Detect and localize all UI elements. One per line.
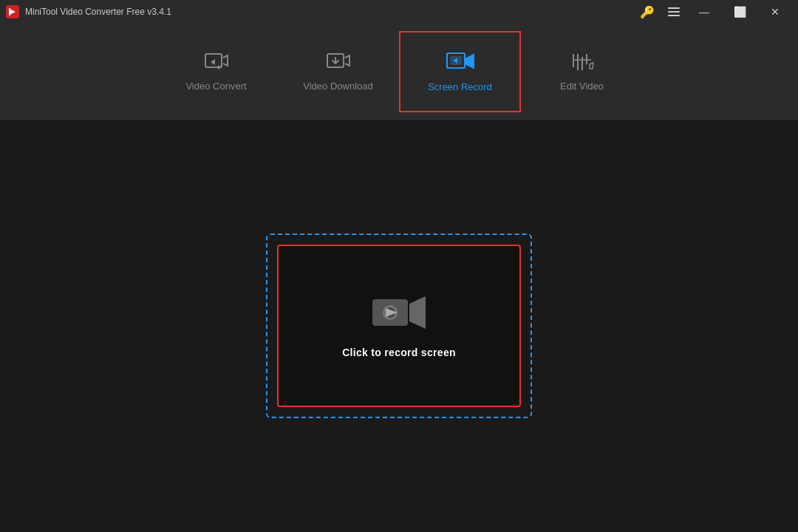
restore-button[interactable]: ⬜ [723,0,757,24]
record-outer-border: Click to record screen [266,233,532,418]
nav-label-video-download: Video Download [303,81,372,92]
minimize-button[interactable]: — [687,0,721,24]
title-bar: MiniTool Video Converter Free v3.4.1 🔑 —… [0,0,798,24]
nav-label-edit-video: Edit Video [560,81,604,92]
video-download-icon [325,51,352,73]
nav-item-edit-video[interactable]: Edit Video [521,31,643,112]
close-button[interactable]: ✕ [758,0,792,24]
video-convert-icon [203,51,230,73]
play-camera-icon [369,293,429,335]
record-label: Click to record screen [342,347,456,358]
app-title: MiniTool Video Converter Free v3.4.1 [25,7,635,17]
nav-label-video-convert: Video Convert [185,81,246,92]
menu-button[interactable] [662,1,686,22]
window-controls: — ⬜ ✕ [662,0,792,24]
svg-rect-0 [9,8,10,16]
nav-bar: Video Convert Video Download Screen Reco… [0,24,798,120]
main-content: Click to record screen [0,120,798,532]
nav-item-video-download[interactable]: Video Download [277,31,399,112]
app-logo [6,5,19,18]
nav-item-screen-record[interactable]: Screen Record [399,31,521,112]
screen-record-icon [446,50,475,74]
edit-video-icon [569,51,596,73]
nav-item-video-convert[interactable]: Video Convert [155,31,277,112]
nav-label-screen-record: Screen Record [428,81,492,92]
key-icon[interactable]: 🔑 [635,0,659,24]
record-inner-button[interactable]: Click to record screen [277,245,521,407]
